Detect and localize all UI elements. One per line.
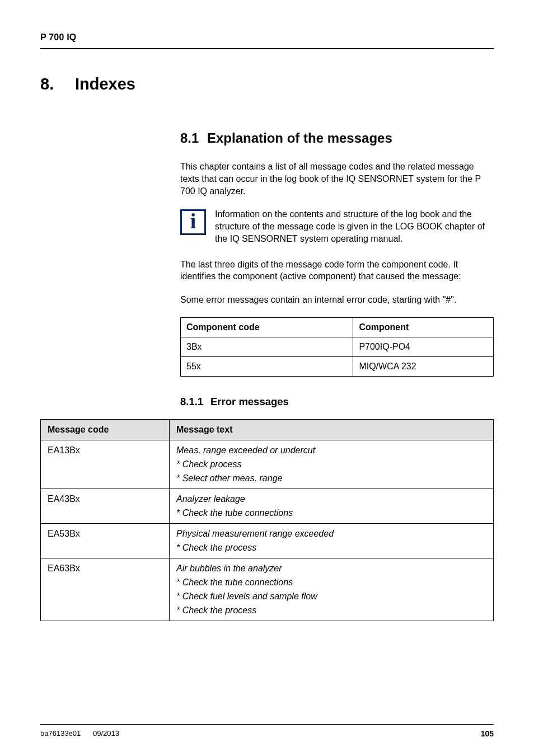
section-title-text: Explanation of the messages (207, 130, 392, 145)
component-code-header: Component code (181, 317, 353, 337)
footer-left: ba76133e01 09/2013 (40, 729, 119, 738)
footer-date: 09/2013 (93, 729, 119, 738)
component-code-cell: 55x (181, 356, 353, 376)
message-code-header: Message code (41, 419, 170, 440)
paragraph-component-code: The last three digits of the message cod… (180, 259, 494, 283)
message-code-cell: EA63Bx (41, 558, 170, 621)
message-code-cell: EA53Bx (41, 523, 170, 558)
message-text-header: Message text (170, 419, 494, 440)
table-row: 55x MIQ/WCA 232 (181, 356, 494, 376)
chapter-title: 8.Indexes (40, 75, 494, 93)
subsubsection-title: 8.1.1Error messages (180, 396, 494, 408)
table-row: EA53Bx Physical measurement range exceed… (41, 523, 494, 558)
subsubsection-title-text: Error messages (210, 396, 289, 407)
error-messages-table: Message code Message text EA13Bx Meas. r… (40, 419, 494, 621)
section-number: 8.1 (180, 130, 207, 146)
running-head: P 700 IQ (40, 32, 494, 49)
component-table: Component code Component 3Bx P700IQ-PO4 … (180, 317, 494, 377)
page-footer: ba76133e01 09/2013 105 (40, 724, 494, 738)
subsubsection-number: 8.1.1 (180, 396, 210, 408)
message-code-cell: EA43Bx (41, 489, 170, 523)
footer-page-number: 105 (481, 729, 494, 738)
info-note-text: Information on the contents and structur… (215, 208, 494, 245)
table-header-row: Message code Message text (41, 419, 494, 440)
table-row: EA13Bx Meas. range exceeded or undercut … (41, 440, 494, 489)
intro-paragraph: This chapter contains a list of all mess… (180, 161, 494, 197)
table-row: 3Bx P700IQ-PO4 (181, 337, 494, 356)
message-text-cell: Air bubbles in the analyzer * Check the … (170, 558, 494, 621)
component-header: Component (353, 317, 494, 337)
section-title: 8.1Explanation of the messages (180, 130, 494, 146)
message-text-cell: Meas. range exceeded or undercut * Check… (170, 440, 494, 489)
message-text-cell: Physical measurement range exceeded * Ch… (170, 523, 494, 558)
table-header-row: Component code Component (181, 317, 494, 337)
message-text-cell: Analyzer leakage * Check the tube connec… (170, 489, 494, 523)
message-code-cell: EA13Bx (41, 440, 170, 489)
table-row: EA63Bx Air bubbles in the analyzer * Che… (41, 558, 494, 621)
component-code-cell: 3Bx (181, 337, 353, 356)
info-icon-glyph: i (190, 210, 196, 232)
component-cell: P700IQ-PO4 (353, 337, 494, 356)
table-row: EA43Bx Analyzer leakage * Check the tube… (41, 489, 494, 523)
component-cell: MIQ/WCA 232 (353, 356, 494, 376)
chapter-number: 8. (40, 75, 75, 93)
chapter-title-text: Indexes (75, 75, 135, 93)
paragraph-internal-error: Some error messages contain an internal … (180, 294, 494, 306)
info-note: i Information on the contents and struct… (180, 208, 494, 245)
info-icon: i (180, 209, 206, 235)
footer-doc-id: ba76133e01 (40, 729, 81, 738)
